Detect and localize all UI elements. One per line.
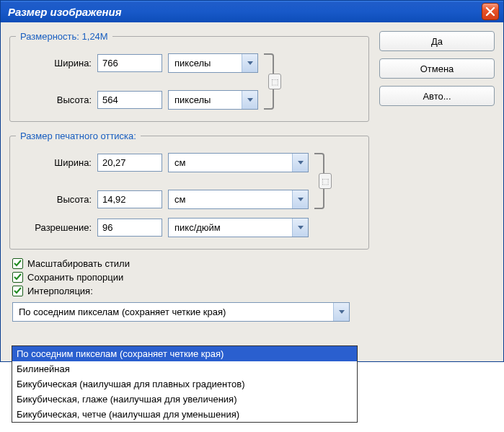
bracket-link: ⬚ (264, 53, 274, 110)
print-width-unit-text: см (169, 157, 292, 168)
link-icon: ⬚ (268, 74, 281, 89)
constrain-checkbox[interactable]: Сохранить пропорции (12, 272, 369, 283)
titlebar: Размер изображения (1, 1, 503, 22)
resolution-label: Разрешение: (16, 222, 92, 233)
interpolation-option[interactable]: Бикубическая (наилучшая для плавных град… (12, 376, 357, 392)
chevron-down-icon (242, 91, 257, 109)
interpolation-option[interactable]: Билинейная (12, 361, 357, 376)
checkbox-checked-icon (12, 272, 23, 283)
resolution-input[interactable] (97, 219, 162, 237)
chevron-down-icon (292, 219, 308, 237)
height-unit-text: пикселы (169, 94, 242, 105)
print-width-unit-dropdown[interactable]: см (168, 153, 309, 172)
interpolation-option[interactable]: Бикубическая, глаже (наилучшая для увели… (12, 392, 357, 407)
window-title: Размер изображения (8, 6, 482, 18)
chevron-down-icon (333, 303, 349, 321)
height-input[interactable] (97, 91, 162, 109)
resolution-row: Разрешение: пикс/дюйм (16, 218, 360, 237)
pixel-dimensions-group: Размерность: 1,24M Ширина: пикселы (9, 31, 369, 122)
close-icon (485, 6, 495, 17)
constrain-label: Сохранить пропорции (27, 272, 123, 283)
width-unit-dropdown[interactable]: пикселы (168, 53, 258, 73)
print-size-legend: Размер печатного оттиска: (16, 131, 141, 141)
ok-button[interactable]: Да (379, 31, 495, 51)
print-width-label: Ширина: (16, 157, 92, 168)
link-icon: ⬚ (319, 173, 332, 189)
interpolation-dropdown[interactable]: По соседним пикселам (сохраняет четкие к… (12, 302, 350, 322)
height-label: Высота: (16, 94, 92, 105)
resample-label: Интерполяция: (27, 286, 93, 296)
height-row: Высота: пикселы (16, 90, 258, 110)
checkbox-checked-icon (12, 258, 23, 269)
pixel-dimensions-legend: Размерность: 1,24M (16, 31, 112, 42)
print-width-row: Ширина: см (16, 153, 309, 172)
chevron-down-icon (242, 54, 257, 72)
cancel-button[interactable]: Отмена (379, 58, 495, 79)
width-row: Ширина: пикселы (16, 53, 258, 73)
print-height-input[interactable] (97, 190, 162, 208)
auto-button[interactable]: Авто... (379, 86, 495, 106)
checkbox-checked-icon (12, 286, 23, 296)
interpolation-options-list: По соседним пикселам (сохраняет четкие к… (12, 345, 358, 423)
print-height-row: Высота: см (16, 190, 309, 209)
scale-styles-checkbox[interactable]: Масштабировать стили (12, 258, 369, 269)
resolution-unit-text: пикс/дюйм (169, 222, 292, 233)
print-height-unit-dropdown[interactable]: см (168, 190, 309, 209)
print-height-unit-text: см (169, 194, 292, 205)
chevron-down-icon (292, 190, 308, 208)
interpolation-option[interactable]: По соседним пикселам (сохраняет четкие к… (12, 346, 357, 361)
interpolation-option[interactable]: Бикубическая, четче (наилучшая для умень… (12, 407, 357, 422)
resample-checkbox[interactable]: Интерполяция: (12, 286, 369, 296)
right-column: Да Отмена Авто... (379, 31, 495, 353)
print-width-input[interactable] (97, 154, 162, 172)
height-unit-dropdown[interactable]: пикселы (168, 90, 258, 110)
width-input[interactable] (97, 54, 162, 72)
close-button[interactable] (482, 3, 499, 20)
left-column: Размерность: 1,24M Ширина: пикселы (9, 31, 369, 353)
resolution-unit-dropdown[interactable]: пикс/дюйм (168, 218, 309, 237)
scale-styles-label: Масштабировать стили (27, 258, 130, 269)
bracket-link: ⬚ (314, 153, 324, 209)
dialog-body: Размерность: 1,24M Ширина: пикселы (1, 22, 503, 361)
interpolation-selected-text: По соседним пикселам (сохраняет четкие к… (13, 307, 333, 317)
width-unit-text: пикселы (169, 58, 242, 69)
chevron-down-icon (292, 154, 308, 172)
print-size-group: Размер печатного оттиска: Ширина: см (9, 131, 369, 250)
dialog-window: Размер изображения Размерность: 1,24M Ши… (0, 0, 504, 362)
width-label: Ширина: (16, 58, 92, 69)
print-height-label: Высота: (16, 194, 92, 205)
